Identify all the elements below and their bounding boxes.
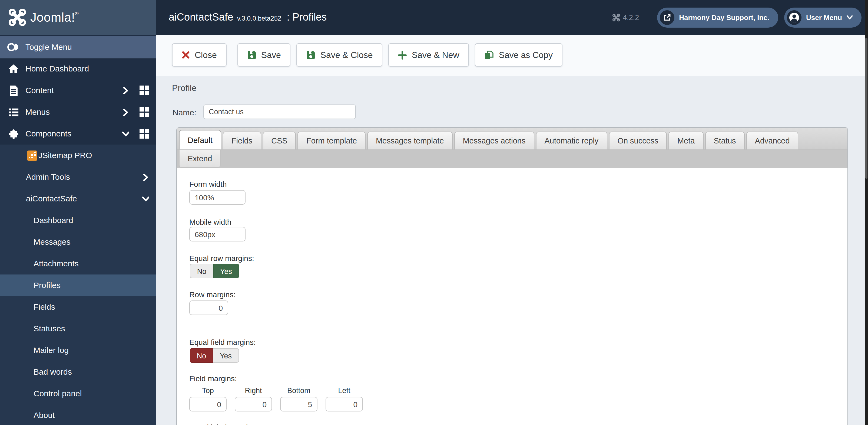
grid-icon[interactable] [139, 123, 150, 145]
save-icon [306, 50, 316, 60]
field-margin-bottom-input[interactable] [280, 397, 317, 412]
user-menu-label: User Menu [806, 13, 842, 21]
sidebar-item-label: Attachments [34, 253, 79, 275]
sidebar-item-label: Menus [25, 101, 50, 123]
row-margins-input[interactable] [189, 301, 228, 315]
chevron-right-icon[interactable] [122, 80, 129, 101]
top-header: Joomla! ® aiContactSafe v.3.0.0.beta252 … [0, 0, 868, 35]
sidebar-item-bad-words[interactable]: Bad words [0, 361, 156, 383]
document-icon [7, 80, 20, 101]
name-input[interactable] [203, 105, 356, 119]
close-button[interactable]: Close [172, 43, 226, 66]
toggle-no-option[interactable]: No [190, 264, 213, 278]
tab-fields[interactable]: Fields [223, 132, 261, 149]
sidebar-item-label: aiContactSafe [26, 188, 77, 209]
chevron-right-icon[interactable] [122, 101, 129, 123]
sidebar-item-home-dashboard[interactable]: Home Dashboard [0, 58, 156, 80]
name-label: Name: [173, 108, 196, 117]
scrollbar-thumb[interactable] [865, 38, 867, 179]
tab-extend[interactable]: Extend [179, 150, 221, 168]
site-preview-button[interactable]: Harmony Day Support, Inc. [657, 7, 778, 27]
sidebar-item-statuses[interactable]: Statuses [0, 318, 156, 339]
tab-messages-template[interactable]: Messages template [367, 132, 453, 149]
button-label: Save as Copy [499, 50, 553, 60]
toggle-yes-option[interactable]: Yes [213, 348, 239, 363]
tab-on-success[interactable]: On success [609, 132, 667, 149]
sidebar-item-label: Profiles [34, 275, 61, 296]
chevron-down-icon [846, 15, 853, 20]
page-title: Profile [172, 83, 196, 93]
chevron-right-icon[interactable] [142, 166, 149, 188]
tab-form-template[interactable]: Form template [298, 132, 366, 149]
registered-mark: ® [75, 11, 79, 16]
save-new-button[interactable]: Save & New [389, 43, 469, 66]
sidebar-item-aicontactsafe[interactable]: aiContactSafe [0, 188, 156, 209]
form-width-input[interactable] [189, 190, 246, 205]
mobile-width-input[interactable] [189, 227, 246, 242]
save-as-copy-button[interactable]: Save as Copy [475, 43, 562, 66]
field-margin-left-input[interactable] [326, 397, 363, 412]
sidebar-item-components[interactable]: Components [0, 123, 156, 145]
sidebar-item-label: Control panel [34, 383, 82, 404]
sidebar-item-messages[interactable]: Messages [0, 231, 156, 253]
view-title: : Profiles [287, 0, 327, 35]
header-actions: 4.2.2 Harmony Day Support, Inc. [612, 0, 862, 35]
save-button[interactable]: Save [238, 43, 291, 66]
tab-css[interactable]: CSS [262, 132, 296, 149]
button-label: Save & New [412, 50, 459, 60]
joomla-version-icon [612, 13, 620, 21]
sidebar-item-toggle-menu[interactable]: Toggle Menu [0, 36, 156, 58]
toggle-no-option-selected[interactable]: No [190, 348, 213, 363]
sidebar-item-control-panel[interactable]: Control panel [0, 383, 156, 404]
sidebar-item-dashboard[interactable]: Dashboard [0, 209, 156, 231]
save-close-button[interactable]: Save & Close [297, 43, 383, 66]
sidebar-item-content[interactable]: Content [0, 80, 156, 101]
sidebar-item-profiles[interactable]: Profiles [0, 275, 156, 296]
field-margin-left-label: Left [326, 387, 363, 395]
sidebar-item-admin-tools[interactable]: Admin Tools [0, 166, 156, 188]
sidebar-item-jsitemap-pro[interactable]: JSitemap PRO [0, 145, 156, 166]
component-title: aiContactSafe [169, 0, 234, 35]
close-x-icon [182, 51, 190, 59]
tab-default[interactable]: Default [179, 130, 221, 149]
tab-messages-actions[interactable]: Messages actions [454, 132, 534, 149]
field-margin-right-input[interactable] [235, 397, 272, 412]
joomla-version-number: 4.2.2 [623, 13, 639, 21]
list-icon [7, 101, 20, 123]
equal-field-margins-toggle: No Yes [190, 348, 239, 363]
sidebar-item-fields[interactable]: Fields [0, 296, 156, 318]
chevron-down-icon[interactable] [122, 123, 129, 145]
sidebar-item-menus[interactable]: Menus [0, 101, 156, 123]
sidebar-item-mailer-log[interactable]: Mailer log [0, 339, 156, 361]
component-version: v.3.0.0.beta252 [237, 1, 281, 36]
tab-automatic-reply[interactable]: Automatic reply [536, 132, 607, 149]
tab-strip-row1: Default Fields CSS Form template Message… [177, 128, 847, 150]
toggle-yes-option-selected[interactable]: Yes [213, 264, 239, 278]
user-menu-button[interactable]: User Menu [784, 7, 862, 27]
equal-field-margins-label: Equal field margins: [189, 338, 256, 346]
tab-meta[interactable]: Meta [669, 132, 704, 149]
sidebar-item-label: Toggle Menu [25, 36, 72, 58]
sidebar-item-label: Mailer log [34, 339, 69, 361]
field-margin-right-label: Right [235, 387, 272, 395]
field-margins-label: Field margins: [189, 374, 237, 383]
external-link-icon [659, 10, 674, 25]
tab-advanced[interactable]: Advanced [746, 132, 799, 149]
vertical-scrollbar[interactable] [865, 0, 868, 425]
main-content: Profile Name: Default Fields CSS Form te… [156, 76, 868, 425]
sidebar-item-attachments[interactable]: Attachments [0, 253, 156, 275]
form-width-label: Form width [189, 180, 226, 189]
logo-area: Joomla! ® [0, 0, 156, 35]
tab-status[interactable]: Status [705, 132, 744, 149]
grid-icon[interactable] [139, 80, 150, 101]
copy-icon [485, 50, 494, 60]
sidebar-item-about[interactable]: About [0, 404, 156, 425]
chevron-down-icon[interactable] [142, 188, 149, 209]
sidebar-item-label: Messages [34, 231, 70, 253]
mobile-width-label: Mobile width [189, 218, 231, 226]
joomla-logo: Joomla! ® [8, 8, 79, 27]
field-margin-top-input[interactable] [189, 397, 226, 412]
joomla-version: 4.2.2 [612, 13, 639, 21]
grid-icon[interactable] [139, 101, 150, 123]
joomla-wordmark: Joomla! [30, 10, 75, 25]
